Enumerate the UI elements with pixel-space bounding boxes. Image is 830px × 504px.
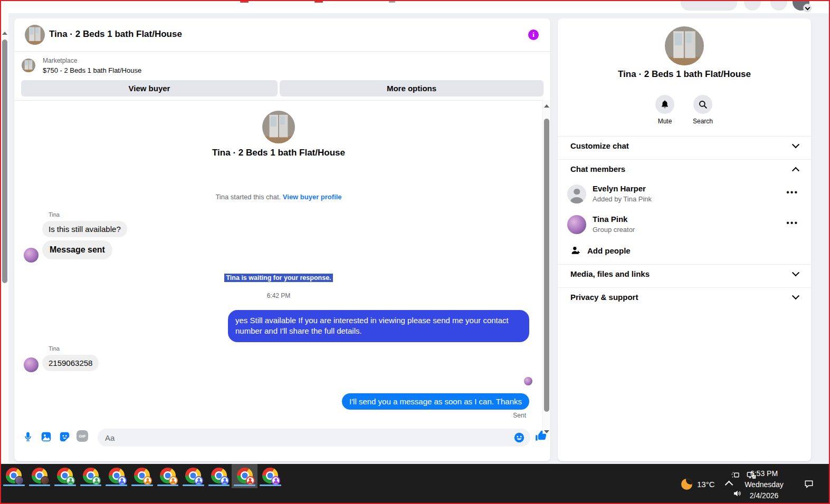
- attach-image-button[interactable]: [40, 430, 52, 443]
- taskbar-chrome-icon-10[interactable]: [232, 464, 257, 488]
- clock-time: 6:53 PM: [740, 468, 788, 479]
- chrome-profile-badge: [41, 476, 50, 485]
- sender-avatar[interactable]: [24, 248, 39, 263]
- emoji-button[interactable]: [513, 432, 525, 443]
- conversation-info-button[interactable]: i: [528, 30, 539, 40]
- chevron-down-icon: [792, 269, 799, 276]
- chrome-profile-badge: [15, 476, 24, 485]
- taskbar-chrome-icon-5[interactable]: [103, 464, 129, 488]
- seen-indicator-avatar: [524, 377, 532, 385]
- listing-thumbnail: [22, 59, 35, 72]
- chevron-down-icon: [792, 292, 799, 299]
- mute-label: Mute: [646, 118, 684, 125]
- sender-avatar[interactable]: [24, 357, 39, 372]
- message-input[interactable]: [98, 429, 530, 447]
- add-people-row[interactable]: Add people: [558, 241, 811, 260]
- conversation-title: Tina · 2 Beds 1 bath Flat/House: [14, 148, 543, 158]
- chrome-profile-badge: [66, 476, 75, 485]
- member-row[interactable]: Evelyn Harper Added by Tina Pink •••: [558, 179, 811, 209]
- section-label: Customize chat: [570, 141, 629, 150]
- taskbar-chrome-icon-3[interactable]: [52, 464, 78, 488]
- taskbar-chrome-icon-8[interactable]: [180, 464, 206, 488]
- member-row[interactable]: Tina Pink Group creator •••: [558, 210, 811, 239]
- chrome-profile-badge: [169, 476, 178, 485]
- incoming-message-bubble[interactable]: 2159063258: [42, 355, 99, 371]
- gif-button[interactable]: GIF: [77, 430, 88, 442]
- taskbar-chrome-icon-7[interactable]: [155, 464, 181, 488]
- chat-scrollbar[interactable]: [542, 100, 550, 438]
- started-chat-text: Tina started this chat.: [215, 193, 281, 201]
- incoming-message-bubble[interactable]: Is this still available?: [42, 221, 127, 237]
- chat-intro-line: Tina started this chat. View buyer profi…: [14, 193, 543, 201]
- chevron-down-icon: [792, 141, 799, 148]
- cropped-header-button[interactable]: [744, 1, 761, 11]
- chrome-profile-badge: [92, 476, 101, 485]
- chrome-profile-badge: [246, 476, 255, 485]
- chat-avatar[interactable]: [25, 25, 45, 45]
- add-people-label: Add people: [587, 246, 631, 255]
- thumbs-up-button[interactable]: [535, 429, 549, 444]
- member-menu-button[interactable]: •••: [786, 218, 798, 228]
- member-name: Evelyn Harper: [593, 184, 646, 193]
- view-buyer-profile-link[interactable]: View buyer profile: [283, 193, 342, 201]
- chevron-down-icon[interactable]: [803, 4, 812, 12]
- member-subtitle: Added by Tina Pink: [593, 195, 652, 203]
- taskbar-chrome-icon-2[interactable]: [27, 464, 53, 488]
- tray-chevron-up-icon[interactable]: [725, 481, 733, 489]
- cropped-header-button[interactable]: [770, 1, 787, 11]
- section-media-files-links[interactable]: Media, files and links: [558, 264, 811, 283]
- waiting-note-text: Tina is waiting for your response.: [224, 274, 332, 282]
- cast-icon[interactable]: [731, 470, 740, 482]
- outgoing-message-bubble[interactable]: yes Still available If you are intereste…: [228, 310, 529, 342]
- taskbar-items: [1, 464, 283, 488]
- sender-name: Tina: [49, 211, 60, 218]
- taskbar-chrome-icon-1[interactable]: [1, 464, 27, 488]
- page-scrollbar[interactable]: [1, 13, 8, 463]
- search-action: Search: [684, 95, 722, 125]
- details-title: Tina · 2 Beds 1 bath Flat/House: [558, 69, 811, 80]
- member-name: Tina Pink: [593, 215, 627, 224]
- chat-title: Tina · 2 Beds 1 bath Flat/House: [49, 29, 182, 40]
- section-label: Privacy & support: [570, 293, 638, 302]
- clock-date: 2/4/2026: [740, 490, 788, 501]
- section-customize-chat[interactable]: Customize chat: [558, 136, 811, 155]
- sender-name: Tina: [49, 345, 60, 352]
- top-browser-strip: [1, 1, 829, 13]
- taskbar-chrome-icon-4[interactable]: [78, 464, 104, 488]
- scrollbar-thumb[interactable]: [544, 119, 549, 412]
- scroll-up-arrow-icon[interactable]: [2, 32, 7, 35]
- section-label: Chat members: [570, 164, 625, 173]
- mute-button[interactable]: [655, 95, 674, 114]
- chrome-profile-badge: [271, 476, 280, 485]
- conversation-avatar: [262, 111, 295, 143]
- scroll-up-arrow-icon[interactable]: [544, 104, 549, 108]
- taskbar-chrome-icon-9[interactable]: [206, 464, 232, 488]
- notification-center-icon[interactable]: [804, 479, 814, 491]
- section-privacy-support[interactable]: Privacy & support: [558, 287, 811, 306]
- chevron-up-icon: [792, 167, 799, 174]
- cropped-header-pill: [681, 1, 737, 11]
- voice-clip-button[interactable]: [22, 430, 34, 443]
- member-menu-button[interactable]: •••: [786, 188, 798, 197]
- weather-moon-icon[interactable]: [681, 479, 692, 490]
- taskbar-clock[interactable]: 6:53 PM Wednesday 2/4/2026: [740, 468, 788, 501]
- scrollbar-thumb[interactable]: [2, 40, 7, 283]
- marketplace-label: Marketplace: [43, 57, 77, 64]
- desktop-screen: Tina · 2 Beds 1 bath Flat/House i Market…: [0, 0, 830, 504]
- message-composer: GIF: [14, 422, 550, 461]
- cropped-icon-fragment: [314, 1, 323, 3]
- view-buyer-button[interactable]: View buyer: [21, 80, 278, 96]
- chrome-profile-badge: [194, 476, 203, 485]
- taskbar-chrome-icon-6[interactable]: [129, 464, 155, 488]
- outgoing-message-bubble[interactable]: I'll send you a message as soon as I can…: [342, 393, 529, 410]
- sticker-button[interactable]: [58, 430, 71, 443]
- search-button[interactable]: [693, 95, 712, 114]
- cropped-icon-fragment: [240, 1, 249, 3]
- message-list: Tina · 2 Beds 1 bath Flat/House Tina sta…: [14, 100, 543, 422]
- weather-temperature[interactable]: 13°C: [697, 480, 715, 489]
- more-options-button[interactable]: More options: [280, 80, 543, 96]
- listing-title: $750 - 2 Beds 1 bath Flat/House: [43, 66, 141, 74]
- incoming-message-bubble[interactable]: Message sent: [42, 240, 112, 259]
- taskbar-chrome-icon-11[interactable]: [257, 464, 283, 488]
- section-chat-members[interactable]: Chat members: [558, 159, 811, 178]
